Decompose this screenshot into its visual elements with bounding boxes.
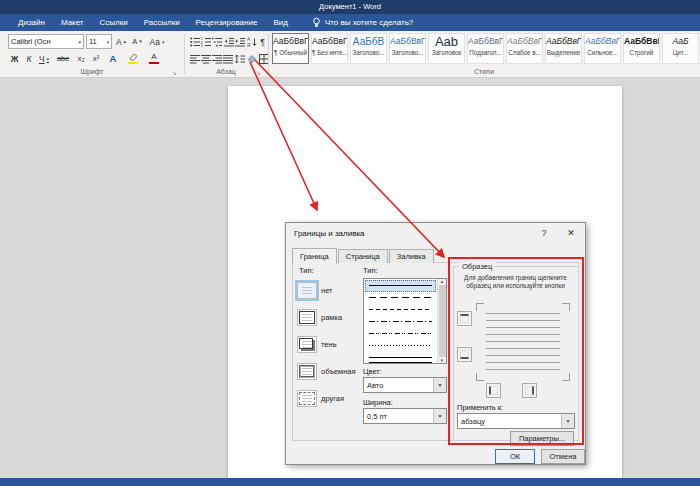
style-label: Заголовок: [429, 48, 464, 57]
style-preview: АаБбВвГг: [546, 35, 581, 48]
ribbon-tab-Рецензирование[interactable]: Рецензирование: [188, 14, 266, 31]
style-label: Подзагол...: [468, 48, 503, 57]
top-border-button[interactable]: [457, 311, 472, 326]
scroll-up-icon[interactable]: ▲: [440, 279, 444, 284]
strikethrough-button[interactable]: abc: [54, 51, 72, 66]
shading-button[interactable]: [246, 51, 257, 66]
change-case-button[interactable]: Аа▾: [147, 34, 167, 49]
ribbon-tab-Вид[interactable]: Вид: [265, 14, 295, 31]
text-effects-label: А: [110, 53, 117, 64]
paragraph-dialog-launcher-icon[interactable]: ↘: [256, 69, 264, 77]
ribbon-tab-Рассылки[interactable]: Рассылки: [136, 14, 188, 31]
borders-grid-icon: [259, 54, 269, 64]
scroll-down-icon[interactable]: ▼: [440, 358, 444, 363]
decrease-indent-icon: [224, 37, 234, 47]
line-style-double[interactable]: [365, 352, 436, 364]
line-style-dash-dot[interactable]: [365, 316, 436, 328]
increase-indent-button[interactable]: [234, 34, 245, 49]
preview-group-label: Образец: [459, 262, 495, 271]
numbering-button[interactable]: 123: [200, 34, 211, 49]
ribbon-tab-Дизайн[interactable]: Дизайн: [10, 14, 53, 31]
shadow-border-icon: [297, 336, 317, 353]
border-setting-shadow[interactable]: тень: [297, 332, 337, 356]
style-card-Слабое в...[interactable]: АаБбВвГгСлабое в...: [506, 33, 543, 64]
options-button[interactable]: Параметры...: [510, 431, 574, 446]
superscript-button[interactable]: х²: [89, 51, 103, 66]
shrink-font-button[interactable]: А▼: [130, 34, 145, 49]
style-card-¶ Без инте...[interactable]: АаБбВвГг.¶ Без инте...: [311, 33, 348, 64]
multilevel-list-button[interactable]: [211, 34, 222, 49]
style-card-Заголовок[interactable]: АabЗаголовок: [428, 33, 465, 64]
line-spacing-button[interactable]: [234, 51, 245, 66]
font-name-combo[interactable]: Calibri (Осн ▾: [8, 34, 84, 49]
paint-bucket-icon: [247, 54, 257, 64]
show-paragraph-marks-button[interactable]: ¶: [258, 34, 267, 49]
cancel-button[interactable]: Отмена: [541, 449, 585, 464]
style-card-Сильное...[interactable]: АаБбВвГгСильное...: [584, 33, 621, 64]
border-setting-three-d[interactable]: объемная: [297, 359, 356, 383]
border-setting-box[interactable]: рамка: [297, 305, 342, 329]
style-card-¶ Обычный[interactable]: АаБбВвГг.¶ Обычный: [272, 33, 309, 64]
width-combo[interactable]: 0,5 пт ▼: [363, 408, 447, 424]
line-style-scrollbar[interactable]: ▲ ▼: [437, 279, 446, 363]
line-sample-solid: [369, 285, 432, 286]
style-label: Выделение: [546, 48, 581, 57]
line-sample-long-dash: [369, 297, 432, 298]
subscript-button[interactable]: х₂: [74, 51, 88, 66]
preview-hint: Для добавления границ щелкните образец и…: [457, 274, 574, 290]
three-d-border-icon: [297, 363, 317, 380]
style-card-Заголово...[interactable]: АаБбВЗаголово...: [350, 33, 387, 64]
line-style-dash-dot-dot[interactable]: [365, 328, 436, 340]
style-card-Строгий[interactable]: АаБбВвГ.Строгий: [623, 33, 660, 64]
underline-button[interactable]: Ч▾: [36, 51, 52, 66]
grow-font-button[interactable]: А▲: [114, 34, 129, 49]
align-center-button[interactable]: [200, 51, 211, 66]
decrease-indent-button[interactable]: [223, 34, 234, 49]
font-size-combo[interactable]: 11 ▾: [86, 34, 112, 49]
ribbon-tab-Ссылки[interactable]: Ссылки: [92, 14, 136, 31]
style-card-Заголово...[interactable]: АаБбВвГЗаголово...: [389, 33, 426, 64]
style-card-Цит...[interactable]: АаБЦит...: [662, 33, 699, 64]
line-sample-double: [369, 357, 432, 363]
color-combo[interactable]: Авто ▼: [363, 377, 447, 393]
style-preview: АаБбВвГ: [390, 35, 425, 48]
line-style-dash[interactable]: [365, 304, 436, 316]
bold-button[interactable]: Ж: [8, 51, 21, 66]
border-setting-custom[interactable]: другая: [297, 386, 344, 410]
italic-button[interactable]: К: [23, 51, 35, 66]
apply-to-combo[interactable]: абзацу ▼: [457, 413, 575, 429]
left-border-button[interactable]: [486, 383, 501, 398]
align-left-button[interactable]: [189, 51, 200, 66]
style-preview: АаБбВвГг.: [273, 35, 308, 48]
dialog-tab-Граница[interactable]: Граница: [292, 248, 337, 264]
right-border-button[interactable]: [522, 383, 537, 398]
justify-button[interactable]: [222, 51, 233, 66]
dialog-tab-Страница[interactable]: Страница: [338, 249, 388, 263]
highlight-button[interactable]: [123, 51, 143, 66]
line-style-long-dash[interactable]: [365, 292, 436, 304]
bottom-border-button[interactable]: [457, 347, 472, 362]
style-card-Подзагол...[interactable]: АаБбВвГПодзагол...: [467, 33, 504, 64]
style-card-Выделение[interactable]: АаБбВвГгВыделение: [545, 33, 582, 64]
align-center-icon: [201, 54, 211, 64]
numbered-list-icon: 123: [201, 37, 211, 47]
ribbon-tab-Макет[interactable]: Макет: [53, 14, 92, 31]
text-effects-button[interactable]: А: [106, 51, 120, 66]
line-style-dotted[interactable]: [365, 340, 436, 352]
bullets-button[interactable]: [189, 34, 200, 49]
dialog-close-button[interactable]: ✕: [558, 223, 584, 242]
align-right-button[interactable]: [211, 51, 222, 66]
line-style-list[interactable]: ▲ ▼: [363, 278, 447, 364]
border-preview[interactable]: [476, 303, 570, 381]
border-setting-none[interactable]: нет: [297, 278, 333, 302]
line-style-solid[interactable]: [365, 280, 436, 292]
dialog-help-button[interactable]: ?: [531, 223, 557, 242]
font-dialog-launcher-icon[interactable]: ↘: [172, 69, 180, 77]
ok-button[interactable]: ОК: [495, 449, 535, 464]
sort-button[interactable]: АЯ: [246, 34, 257, 49]
align-left-icon: [190, 54, 200, 64]
tell-me[interactable]: Что вы хотите сделать?: [312, 17, 413, 28]
dialog-tab-Заливка[interactable]: Заливка: [389, 249, 434, 263]
scrollbar-thumb[interactable]: [439, 285, 446, 357]
font-color-button[interactable]: А: [146, 51, 162, 66]
